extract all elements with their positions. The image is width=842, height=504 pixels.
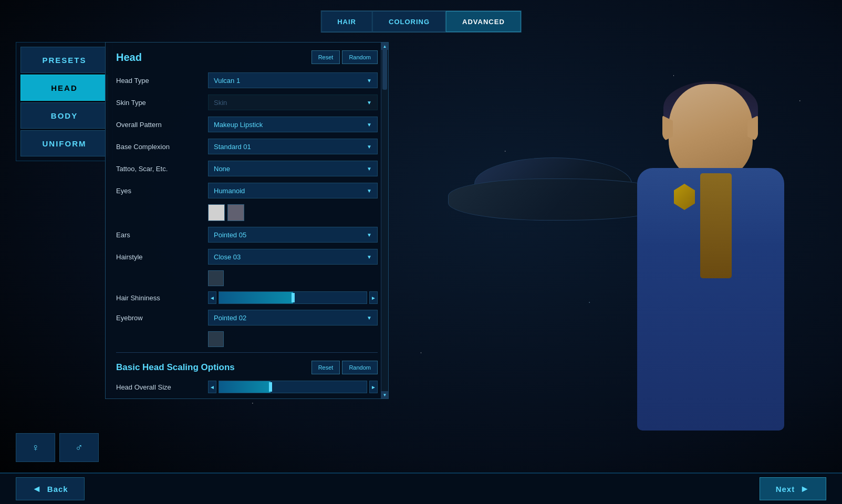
base-complexion-dropdown[interactable]: Standard 01 ▼ [208,139,378,154]
male-gender-button[interactable]: ♂ [59,433,99,462]
hair-shininess-label: Hair Shininess [116,294,208,302]
head-type-dropdown-arrow: ▼ [367,78,372,83]
scroll-down-arrow[interactable]: ▼ [381,391,388,398]
section-separator [116,352,378,353]
overall-pattern-dropdown[interactable]: Makeup Lipstick ▼ [208,117,378,132]
head-section-title: Head [116,51,142,64]
head-size-slider-container: ◄ ► [208,381,378,393]
head-size-label: Head Overall Size [116,383,208,391]
eyebrow-dropdown[interactable]: Pointed 02 ▼ [208,310,378,326]
tattoo-scar-dropdown[interactable]: None ▼ [208,161,378,176]
char-uniform-detail [700,173,732,278]
tattoo-scar-row: Tattoo, Scar, Etc. None ▼ [116,160,378,177]
head-random-button[interactable]: Random [342,50,378,64]
sidebar-item-body[interactable]: BODY [20,102,108,129]
scaling-header-buttons: Reset Random [311,361,378,374]
ears-dropdown[interactable]: Pointed 05 ▼ [208,227,378,243]
bottom-navigation-bar: ◄ Back Next ► [0,472,842,504]
character-preview [606,79,816,446]
eyebrow-dropdown-arrow: ▼ [367,315,372,321]
eye-swatch-light[interactable] [208,204,225,221]
head-reset-button[interactable]: Reset [311,50,340,64]
skin-type-row: Skin Type Skin ▼ [116,94,378,111]
scaling-reset-button[interactable]: Reset [311,361,340,374]
next-arrow-icon: ► [800,484,810,495]
hairstyle-row: Hairstyle Close 03 ▼ [116,248,378,265]
eyebrow-swatches [208,331,378,347]
main-panel: Head Reset Random Head Type Vulcan 1 ▼ S… [105,42,389,399]
tab-hair[interactable]: HAIR [321,11,372,32]
head-size-fill [219,381,271,393]
scroll-thumb[interactable] [382,48,387,90]
next-button[interactable]: Next ► [760,477,826,500]
head-size-increase[interactable]: ► [369,381,378,393]
ears-dropdown-arrow: ▼ [367,232,372,238]
hair-shininess-slider-container: ◄ ► [208,291,378,304]
overall-pattern-dropdown-arrow: ▼ [367,122,372,128]
eyebrow-row: Eyebrow Pointed 02 ▼ [116,309,378,326]
base-complexion-dropdown-arrow: ▼ [367,144,372,150]
hairstyle-dropdown-arrow: ▼ [367,254,372,260]
hairstyle-dropdown[interactable]: Close 03 ▼ [208,249,378,265]
female-gender-button[interactable]: ♀ [16,433,55,462]
char-head [669,84,753,178]
hair-shininess-thumb [292,293,295,302]
tattoo-scar-dropdown-arrow: ▼ [367,166,372,172]
eye-color-swatches [208,204,378,221]
eyebrow-swatch[interactable] [208,331,224,347]
left-sidebar: PRESETS HEAD BODY UNIFORM [16,42,113,161]
head-type-row: Head Type Vulcan 1 ▼ [116,72,378,89]
skin-type-label: Skin Type [116,99,208,107]
hair-shininess-increase[interactable]: ► [369,291,378,304]
overall-pattern-label: Overall Pattern [116,121,208,129]
back-button[interactable]: ◄ Back [16,477,85,500]
tab-advanced[interactable]: ADVANCED [446,11,521,32]
head-size-row: Head Overall Size ◄ ► [116,381,378,393]
tattoo-scar-label: Tattoo, Scar, Etc. [116,165,208,173]
skin-type-dropdown[interactable]: Skin ▼ [208,94,378,110]
hairstyle-label: Hairstyle [116,253,208,261]
base-complexion-label: Base Complexion [116,143,208,151]
sidebar-item-head[interactable]: HEAD [20,75,108,101]
head-size-thumb [269,382,272,392]
hair-shininess-track[interactable] [219,291,367,304]
hair-shininess-fill [219,292,293,303]
head-section-header: Head Reset Random [116,50,378,64]
head-type-label: Head Type [116,77,208,85]
scaling-section-header: Basic Head Scaling Options Reset Random [116,361,378,374]
head-size-decrease[interactable]: ◄ [208,381,216,393]
ears-row: Ears Pointed 05 ▼ [116,226,378,243]
eyebrow-label: Eyebrow [116,314,208,322]
eyes-dropdown-arrow: ▼ [367,188,372,194]
eyes-dropdown[interactable]: Humanoid ▼ [208,183,378,198]
head-type-dropdown[interactable]: Vulcan 1 ▼ [208,72,378,88]
panel-inner: Head Reset Random Head Type Vulcan 1 ▼ S… [106,43,388,398]
head-size-track[interactable] [219,381,367,393]
sidebar-item-presets[interactable]: PRESETS [20,47,108,73]
hairstyle-swatches [208,270,378,286]
hair-shininess-decrease[interactable]: ◄ [208,291,216,304]
tab-coloring[interactable]: CoLorING [372,11,446,32]
skin-type-dropdown-arrow: ▼ [367,100,372,106]
ears-label: Ears [116,231,208,239]
scaling-section-title: Basic Head Scaling Options [116,362,235,373]
eyes-row: Eyes Humanoid ▼ [116,182,378,199]
hairstyle-swatch[interactable] [208,270,224,286]
top-tabs-container: HAIR CoLorING ADVANCED [320,10,522,33]
base-complexion-row: Base Complexion Standard 01 ▼ [116,138,378,155]
overall-pattern-row: Overall Pattern Makeup Lipstick ▼ [116,116,378,133]
head-header-buttons: Reset Random [311,50,378,64]
eyes-label: Eyes [116,187,208,195]
back-arrow-icon: ◄ [32,484,42,495]
eye-swatch-dark[interactable] [227,204,244,221]
scroll-bar: ▲ ▼ [381,43,388,398]
scaling-random-button[interactable]: Random [342,361,378,374]
hair-shininess-row: Hair Shininess ◄ ► [116,291,378,304]
sidebar-item-uniform[interactable]: UNIFORM [20,130,108,156]
gender-buttons: ♀ ♂ [16,433,99,462]
